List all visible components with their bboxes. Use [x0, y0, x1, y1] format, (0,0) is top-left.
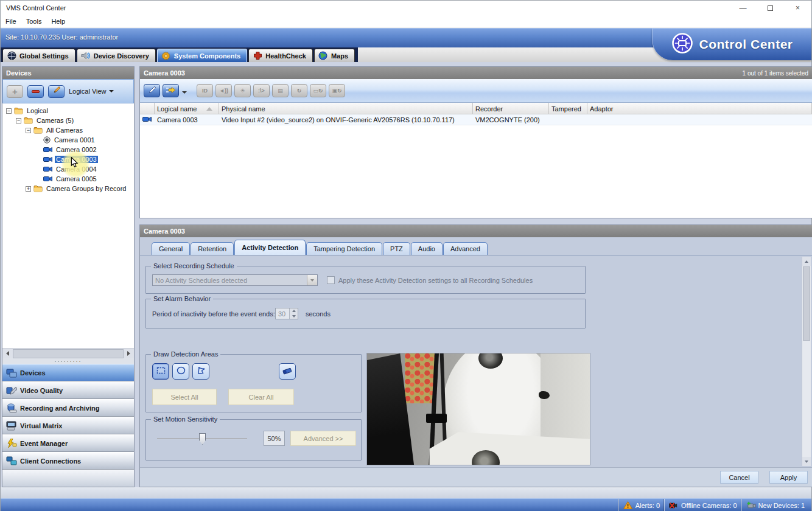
audio-button[interactable]: ◄))	[215, 84, 232, 97]
menu-file[interactable]: File	[1, 18, 21, 25]
nav-virtual-matrix[interactable]: Virtual Matrix	[2, 417, 134, 434]
tab-tampering-detection[interactable]: Tampering Detection	[306, 242, 382, 255]
close-button[interactable]: ×	[784, 1, 811, 15]
tree-horizontal-scrollbar[interactable]	[2, 348, 134, 358]
collapse-icon[interactable]: −	[26, 128, 31, 133]
expand-icon[interactable]: +	[26, 186, 31, 192]
dropdown-arrow-icon[interactable]	[307, 275, 317, 285]
nav-recording-and-archiving[interactable]: Recording and Archiving	[2, 399, 134, 417]
refresh-button[interactable]: ↻	[291, 84, 307, 97]
activity-detection-content: Select Recording Schedule No Activity Sc…	[140, 255, 812, 467]
camera-refresh-button[interactable]: ▭↻	[310, 84, 326, 97]
folder-icon	[33, 127, 43, 134]
chevron-down-icon	[109, 90, 114, 92]
apply-button[interactable]: Apply	[769, 471, 808, 484]
slider-thumb[interactable]	[199, 433, 206, 445]
activity-spark-button[interactable]: ☀	[234, 84, 251, 97]
tree-item-camera-groups-by-record[interactable]: +Camera Groups by Record	[2, 184, 134, 193]
folder-icon	[14, 107, 23, 114]
tab-audio[interactable]: Audio	[411, 242, 443, 255]
scroll-down-icon[interactable]	[802, 457, 811, 466]
add-device-button[interactable]: +	[7, 85, 23, 98]
tree-item-cameras-5[interactable]: −Cameras (5)	[2, 116, 134, 125]
menu-tools[interactable]: Tools	[21, 18, 47, 25]
nav-devices[interactable]: Devices	[2, 364, 134, 381]
collapse-icon[interactable]: −	[6, 108, 12, 114]
id-icon: ID	[202, 88, 208, 94]
nav-event-manager[interactable]: Event Manager	[2, 434, 134, 452]
apply-all-checkbox[interactable]	[327, 276, 335, 284]
main-tab-global-settings[interactable]: Global Settings	[2, 49, 75, 62]
clear-all-button[interactable]: Clear All	[228, 389, 294, 405]
tree-item-camera-0003[interactable]: Camera 0003	[2, 155, 134, 164]
main-tab-maps[interactable]: Maps	[314, 49, 355, 62]
nav-label: Recording and Archiving	[20, 405, 99, 412]
main-tab-healthcheck[interactable]: HealthCheck	[248, 49, 313, 62]
maximize-button[interactable]	[757, 1, 784, 15]
status-label: New Devices: 1	[758, 502, 805, 509]
column-header-logical-name[interactable]: Logical name	[155, 103, 219, 114]
tab-ptz[interactable]: PTZ	[383, 242, 410, 255]
column-header-recorder[interactable]: Recorder	[473, 103, 549, 114]
spinner-down-icon[interactable]	[290, 314, 298, 319]
scroll-up-icon[interactable]	[802, 257, 811, 266]
main-tab-system-components[interactable]: System Components	[157, 49, 247, 62]
vms-window: VMS Control Center — × FileToolsHelp Sit…	[0, 0, 812, 511]
tab-activity-detection[interactable]: Activity Detection	[234, 240, 306, 255]
image-refresh-button[interactable]: ▣↻	[329, 84, 345, 97]
column-header-tampered[interactable]: Tampered	[549, 103, 587, 114]
hscroll-thumb[interactable]	[13, 349, 124, 358]
tab-general[interactable]: General	[152, 242, 190, 255]
ellipse-tool-button[interactable]	[172, 363, 189, 380]
edit-device-button[interactable]	[48, 85, 65, 98]
logical-view-selector[interactable]: Logical View	[69, 88, 114, 95]
cancel-button[interactable]: Cancel	[720, 471, 758, 484]
tree-item-logical[interactable]: −Logical	[2, 106, 134, 116]
select-all-button[interactable]: Select All	[152, 389, 217, 405]
camera-toolbar: ID◄))☀:\>▤↻▭↻▣↻	[140, 79, 812, 103]
spinner-up-icon[interactable]	[290, 308, 298, 314]
settings-footer: Cancel Apply	[140, 467, 812, 487]
eraser-tool-button[interactable]	[279, 363, 296, 380]
tab-retention[interactable]: Retention	[191, 242, 234, 255]
sensitivity-slider[interactable]	[157, 433, 247, 445]
nav-video-quality[interactable]: Video Quality	[2, 381, 134, 399]
transfer-arrow-button[interactable]	[163, 84, 179, 97]
tree-item-camera-0004[interactable]: Camera 0004	[2, 164, 134, 174]
advanced-button[interactable]: Advanced >>	[290, 431, 356, 446]
transfer-arrow-icon	[166, 86, 176, 95]
console-button[interactable]: :\>	[253, 84, 270, 97]
table-row[interactable]: Camera 0003Video Input #2 (video_source2…	[140, 114, 812, 125]
scroll-right-icon[interactable]	[124, 349, 134, 358]
column-header-adaptor[interactable]: Adaptor	[587, 103, 812, 114]
id-button[interactable]: ID	[197, 84, 213, 97]
main-tab-device-discovery[interactable]: Device Discovery	[77, 49, 156, 62]
minimize-button[interactable]: —	[729, 1, 757, 15]
edit-pencil-button[interactable]	[144, 84, 160, 97]
scroll-left-icon[interactable]	[2, 349, 13, 358]
menu-help[interactable]: Help	[46, 18, 70, 25]
schedule-dropdown[interactable]: No Activity Schedules detected	[152, 274, 318, 286]
remove-device-button[interactable]	[27, 85, 44, 98]
tree-item-camera-0005[interactable]: Camera 0005	[2, 174, 134, 184]
rectangle-tool-button[interactable]	[152, 363, 169, 380]
inactivity-spinner[interactable]: 30	[275, 308, 298, 319]
tree-item-camera-0002[interactable]: Camera 0002	[2, 145, 134, 155]
collapse-icon[interactable]: −	[16, 118, 21, 123]
app-header: Site: 10.10.70.235 User: administrator G…	[1, 28, 811, 62]
tree-item-all-cameras[interactable]: −All Cameras	[2, 125, 134, 135]
status-offline-cameras: Offline Cameras: 0	[664, 499, 741, 511]
vscroll-thumb[interactable]	[803, 266, 810, 341]
polygon-tool-button[interactable]	[192, 363, 209, 380]
toolbar-dropdown-icon[interactable]	[182, 85, 187, 96]
settings-vertical-scrollbar[interactable]	[802, 257, 811, 466]
nav-client-connections[interactable]: Client Connections	[2, 452, 134, 470]
tree-item-camera-0001[interactable]: Camera 0001	[2, 135, 134, 145]
status-label: Offline Cameras: 0	[681, 502, 737, 509]
tab-advanced[interactable]: Advanced	[443, 242, 488, 255]
tree-item-label: Camera Groups by Record	[45, 185, 127, 192]
panel-splitter-handle[interactable]: ·········	[2, 358, 134, 364]
group-legend: Set Alarm Behavior	[151, 295, 213, 302]
column-header-physical-name[interactable]: Physical name	[219, 103, 473, 114]
report-button[interactable]: ▤	[272, 84, 289, 97]
